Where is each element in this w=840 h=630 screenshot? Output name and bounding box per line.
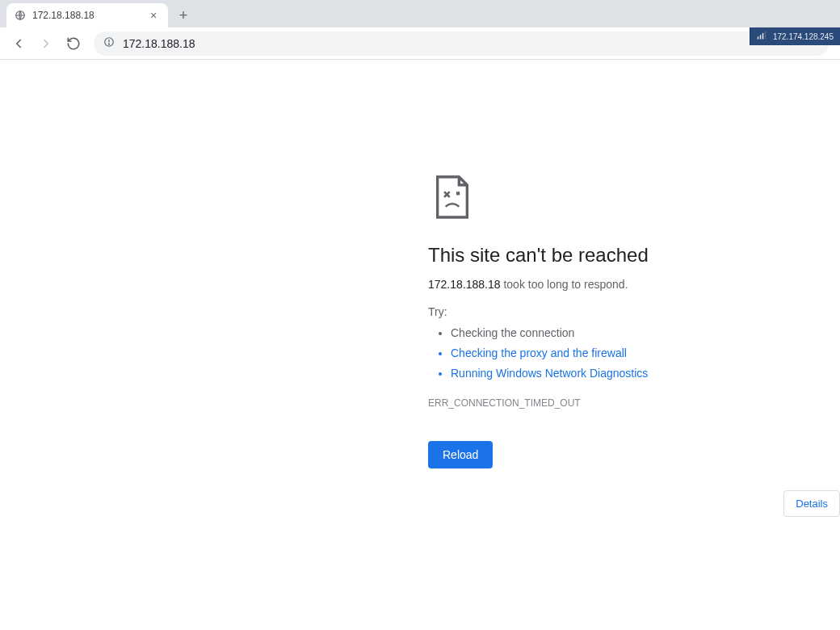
svg-rect-7 [765,32,766,40]
error-block: This site can't be reached 172.18.188.18… [428,173,767,468]
sad-page-icon [428,173,477,221]
error-host: 172.18.188.18 [428,278,501,291]
back-button[interactable] [6,32,31,56]
error-message-suffix: took too long to respond. [501,278,628,291]
svg-rect-6 [762,33,764,40]
suggestion-item-link[interactable]: Running Windows Network Diagnostics [451,363,767,384]
svg-point-3 [109,44,110,44]
signal-icon [757,31,766,42]
globe-icon [15,10,26,21]
svg-rect-5 [760,35,762,39]
address-bar-url: 172.18.188.18 [123,37,195,50]
suggestion-list: Checking the connection Checking the pro… [428,323,767,384]
suggestion-item: Checking the connection [451,323,767,343]
error-message: 172.18.188.18 took too long to respond. [428,278,767,291]
browser-tab[interactable]: 172.18.188.18 × [6,3,168,27]
address-bar[interactable]: 172.18.188.18 [94,32,829,56]
error-code: ERR_CONNECTION_TIMED_OUT [428,397,767,409]
browser-toolbar: 172.18.188.18 [0,27,840,60]
overlay-ip: 172.174.128.245 [773,32,834,41]
error-title: This site can't be reached [428,244,767,267]
forward-button[interactable] [34,32,58,56]
secondary-monitor-edge: 172.174.128.245 [750,27,840,45]
new-tab-button[interactable]: + [173,5,194,26]
tab-strip: 172.18.188.18 × + [0,0,840,27]
not-secure-icon [103,36,115,50]
svg-rect-8 [456,191,460,195]
suggestion-item-link[interactable]: Checking the proxy and the firewall [451,343,767,363]
svg-rect-4 [758,37,759,40]
page-content: This site can't be reached 172.18.188.18… [0,60,840,630]
details-button[interactable]: Details [783,490,840,517]
close-tab-button[interactable]: × [147,9,160,22]
tab-title: 172.18.188.18 [32,10,94,21]
reload-button[interactable]: Reload [428,441,493,468]
try-label: Try: [428,305,767,318]
reload-toolbar-button[interactable] [61,32,86,56]
